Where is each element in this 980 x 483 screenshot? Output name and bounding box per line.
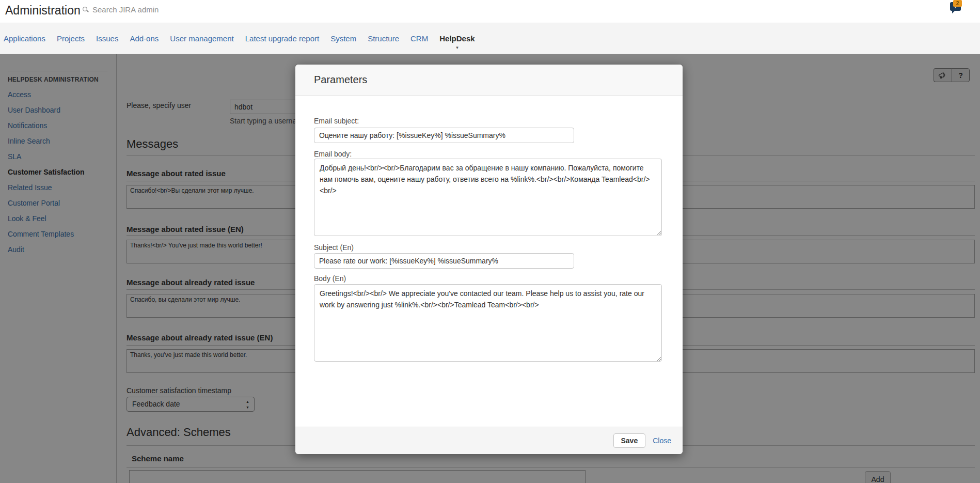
save-button[interactable]: Save [613, 433, 646, 448]
subject-en-input[interactable] [314, 253, 574, 269]
nav-item-user-management[interactable]: User management [170, 34, 233, 43]
nav-item-crm[interactable]: CRM [410, 34, 428, 43]
close-link[interactable]: Close [653, 437, 671, 445]
nav-item-projects[interactable]: Projects [57, 34, 85, 43]
admin-search [83, 5, 197, 14]
email-subject-input[interactable] [314, 128, 574, 143]
subject-en-label: Subject (En) [314, 243, 354, 252]
nav-item-system[interactable]: System [330, 34, 356, 43]
page-title: Administration [5, 4, 81, 18]
nav-item-addons[interactable]: Add-ons [130, 34, 159, 43]
email-body-label: Email body: [314, 150, 352, 158]
search-icon [83, 7, 88, 12]
admin-nav: Applications Projects Issues Add-ons Use… [0, 23, 980, 54]
body-en-textarea[interactable]: Greetings!<br/><br/> We appreciate you'v… [314, 284, 662, 362]
parameters-dialog: Parameters Email subject: Email body: До… [295, 65, 683, 454]
nav-item-issues[interactable]: Issues [96, 34, 118, 43]
nav-item-applications[interactable]: Applications [4, 34, 45, 43]
dialog-header: Parameters [295, 65, 683, 96]
dialog-footer: Save Close [295, 427, 683, 454]
jira-admin-window: Administration ! 2 Applications Projects… [0, 0, 980, 483]
dialog-title: Parameters [314, 74, 367, 86]
notification-bubble-icon: ! 2 [950, 2, 961, 11]
nav-item-latest-upgrade-report[interactable]: Latest upgrade report [245, 34, 319, 43]
nav-item-helpdesk[interactable]: HelpDesk ▾ [439, 34, 475, 43]
email-subject-label: Email subject: [314, 117, 359, 125]
notification-count-badge: 2 [953, 0, 962, 7]
email-body-textarea[interactable]: Добрый день!<br/><br/>Благодарим вас за … [314, 159, 662, 236]
body-en-label: Body (En) [314, 274, 346, 283]
notifications-button[interactable]: ! 2 [950, 1, 966, 14]
search-input[interactable] [91, 5, 197, 14]
chevron-down-icon: ▾ [456, 45, 459, 50]
nav-item-structure[interactable]: Structure [368, 34, 399, 43]
app-header: Administration ! 2 [0, 0, 980, 23]
